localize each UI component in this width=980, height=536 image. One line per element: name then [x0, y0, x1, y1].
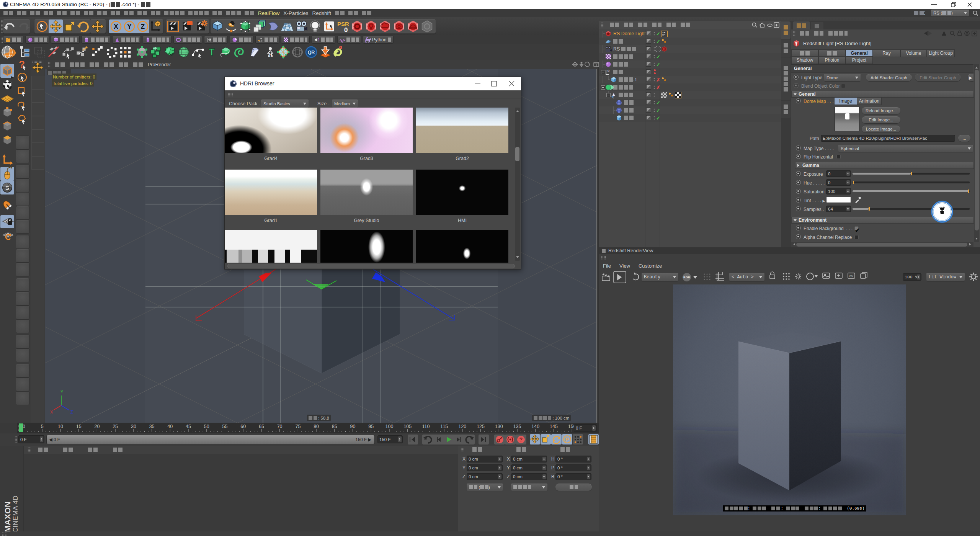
- svg-text:15: 15: [76, 424, 82, 429]
- svg-text:130: 130: [495, 424, 503, 429]
- svg-text:PV: PV: [849, 274, 853, 278]
- svg-text:105: 105: [403, 424, 412, 429]
- svg-text:40: 40: [167, 424, 173, 429]
- svg-text:125: 125: [477, 424, 485, 429]
- svg-text:20: 20: [94, 424, 100, 429]
- svg-text:75: 75: [295, 424, 301, 429]
- svg-text:85: 85: [332, 424, 337, 429]
- svg-text:45: 45: [186, 424, 191, 429]
- svg-text:110: 110: [422, 424, 430, 429]
- svg-text:X: X: [114, 23, 118, 30]
- svg-text:?: ?: [519, 436, 523, 443]
- svg-text:T: T: [209, 46, 215, 58]
- svg-text:30: 30: [131, 424, 136, 429]
- svg-text:fx: fx: [269, 53, 273, 58]
- svg-text:100: 100: [385, 424, 394, 429]
- svg-text:55: 55: [222, 424, 228, 429]
- svg-text:50: 50: [204, 424, 209, 429]
- svg-text:120: 120: [458, 424, 466, 429]
- svg-text:35: 35: [149, 424, 155, 429]
- svg-text:QR: QR: [308, 50, 315, 55]
- svg-text:140: 140: [531, 424, 539, 429]
- svg-text:135: 135: [513, 424, 521, 429]
- svg-text:95: 95: [368, 424, 374, 429]
- svg-text:0: 0: [608, 69, 609, 73]
- svg-text:Y: Y: [60, 389, 64, 394]
- svg-text:Z: Z: [141, 23, 145, 30]
- svg-text:5: 5: [41, 424, 44, 429]
- svg-text:25: 25: [113, 424, 118, 429]
- svg-text:115: 115: [440, 424, 448, 429]
- svg-text:80: 80: [314, 424, 319, 429]
- svg-text:0: 0: [344, 26, 348, 34]
- svg-text:X: X: [50, 410, 53, 414]
- svg-text:70: 70: [277, 424, 283, 429]
- svg-text:145: 145: [550, 424, 558, 429]
- svg-text:P: P: [565, 436, 569, 443]
- svg-text:65: 65: [259, 424, 264, 429]
- svg-text:0: 0: [23, 424, 25, 429]
- svg-text:Y: Y: [127, 23, 132, 30]
- svg-text:10: 10: [58, 424, 63, 429]
- svg-text:60: 60: [240, 424, 246, 429]
- svg-text:Z: Z: [70, 410, 73, 414]
- svg-text:···: ···: [941, 216, 943, 218]
- svg-text:90: 90: [350, 424, 356, 429]
